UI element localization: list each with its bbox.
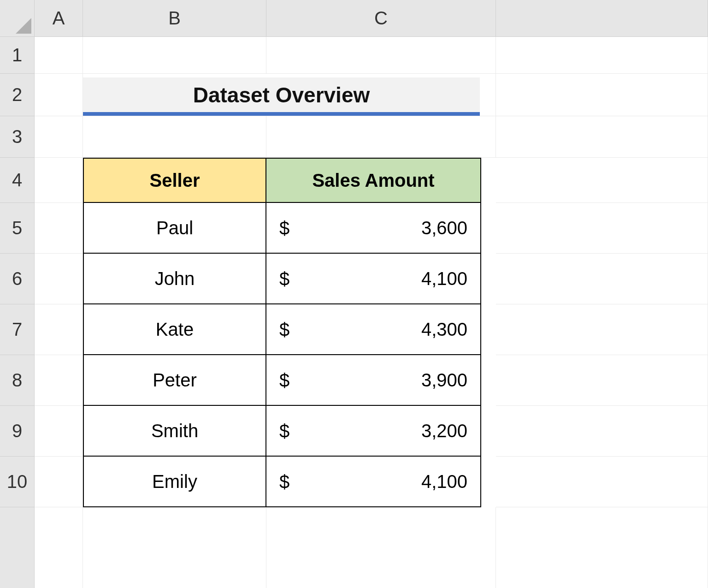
row-label: 6: [12, 268, 22, 289]
currency-symbol: $: [279, 218, 289, 238]
seller-name: Emily: [152, 471, 197, 492]
row-label: 7: [12, 319, 22, 340]
cell-D9[interactable]: [496, 406, 708, 457]
cell-A8[interactable]: [35, 355, 83, 406]
column-label: C: [374, 8, 388, 29]
amount-value: 3,200: [421, 421, 467, 441]
row-header-7[interactable]: 7: [0, 304, 35, 355]
table-row[interactable]: $4,100: [266, 254, 481, 304]
cell-A3[interactable]: [35, 116, 83, 158]
cell-D4[interactable]: [496, 158, 708, 203]
table-row[interactable]: $4,300: [266, 304, 481, 355]
amount-value: 3,900: [421, 370, 467, 391]
row-header-1[interactable]: 1: [0, 37, 35, 74]
table-row[interactable]: Paul: [83, 203, 266, 254]
row-label: 9: [12, 421, 22, 441]
header-label: Sales Amount: [312, 170, 434, 191]
row-label: 1: [12, 45, 22, 65]
row-label: 2: [12, 84, 22, 105]
cell-A10[interactable]: [35, 457, 83, 507]
row-label: 8: [12, 370, 22, 391]
seller-name: Smith: [151, 421, 198, 441]
table-row[interactable]: $3,600: [266, 203, 481, 254]
cell-B2C2-merged[interactable]: Dataset Overview: [83, 74, 496, 116]
cell-D7[interactable]: [496, 304, 708, 355]
seller-name: Paul: [156, 218, 193, 238]
cell-A6[interactable]: [35, 254, 83, 304]
svg-marker-0: [16, 18, 31, 34]
cell-A5[interactable]: [35, 203, 83, 254]
cell-B1[interactable]: [83, 37, 266, 74]
table-header-amount[interactable]: Sales Amount: [266, 158, 481, 203]
data-table-area: Seller Sales Amount Paul $3,600 John $4,…: [83, 158, 496, 203]
cell-A2[interactable]: [35, 74, 83, 116]
cell-D1[interactable]: [496, 37, 708, 74]
amount-value: 4,100: [421, 471, 467, 492]
cell-D10[interactable]: [496, 457, 708, 507]
table-row[interactable]: $3,900: [266, 355, 481, 406]
currency-symbol: $: [279, 268, 289, 289]
cell-C3[interactable]: [266, 116, 496, 158]
cell-B3[interactable]: [83, 116, 266, 158]
header-label: Seller: [150, 170, 200, 191]
row-header-8[interactable]: 8: [0, 355, 35, 406]
column-header-A[interactable]: A: [35, 0, 83, 37]
row-header-3[interactable]: 3: [0, 116, 35, 158]
spreadsheet-grid: A B C 1 2 Dataset Overview 3 4 Seller Sa…: [0, 0, 708, 588]
row-label: 3: [12, 126, 22, 147]
cell-C-blank[interactable]: [266, 507, 496, 588]
row-label: 4: [12, 170, 22, 190]
table-row[interactable]: Smith: [83, 406, 266, 457]
table-row[interactable]: John: [83, 254, 266, 304]
cell-A7[interactable]: [35, 304, 83, 355]
cell-A9[interactable]: [35, 406, 83, 457]
cell-A-blank[interactable]: [35, 507, 83, 588]
row-header-5[interactable]: 5: [0, 203, 35, 254]
seller-name: Kate: [156, 319, 194, 340]
column-header-blank[interactable]: [496, 0, 708, 37]
cell-A1[interactable]: [35, 37, 83, 74]
table-row[interactable]: Emily: [83, 457, 266, 507]
currency-symbol: $: [279, 370, 289, 391]
column-label: B: [168, 8, 181, 29]
cell-D6[interactable]: [496, 254, 708, 304]
table-row[interactable]: Peter: [83, 355, 266, 406]
row-header-6[interactable]: 6: [0, 254, 35, 304]
cell-D-blank[interactable]: [496, 507, 708, 588]
column-header-C[interactable]: C: [266, 0, 496, 37]
column-header-B[interactable]: B: [83, 0, 266, 37]
table-row[interactable]: $4,100: [266, 457, 481, 507]
table-row[interactable]: $3,200: [266, 406, 481, 457]
cell-D2[interactable]: [496, 74, 708, 116]
seller-name: John: [155, 268, 195, 289]
row-header-blank[interactable]: [0, 507, 35, 588]
table-row[interactable]: Kate: [83, 304, 266, 355]
amount-value: 3,600: [421, 218, 467, 238]
currency-symbol: $: [279, 421, 289, 441]
column-label: A: [53, 8, 65, 29]
row-label: 5: [12, 218, 22, 238]
amount-value: 4,100: [421, 268, 467, 289]
row-header-4[interactable]: 4: [0, 158, 35, 203]
table-header-seller[interactable]: Seller: [83, 158, 266, 203]
select-all-corner[interactable]: [0, 0, 35, 37]
cell-A4[interactable]: [35, 158, 83, 203]
row-header-10[interactable]: 10: [0, 457, 35, 507]
cell-B-blank[interactable]: [83, 507, 266, 588]
seller-name: Peter: [153, 370, 197, 391]
cell-D3[interactable]: [496, 116, 708, 158]
row-header-2[interactable]: 2: [0, 74, 35, 116]
cell-D8[interactable]: [496, 355, 708, 406]
currency-symbol: $: [279, 471, 289, 492]
page-title: Dataset Overview: [83, 77, 480, 116]
currency-symbol: $: [279, 319, 289, 340]
cell-C1[interactable]: [266, 37, 496, 74]
cell-D5[interactable]: [496, 203, 708, 254]
row-header-9[interactable]: 9: [0, 406, 35, 457]
amount-value: 4,300: [421, 319, 467, 340]
title-text: Dataset Overview: [193, 83, 370, 107]
row-label: 10: [7, 471, 28, 492]
